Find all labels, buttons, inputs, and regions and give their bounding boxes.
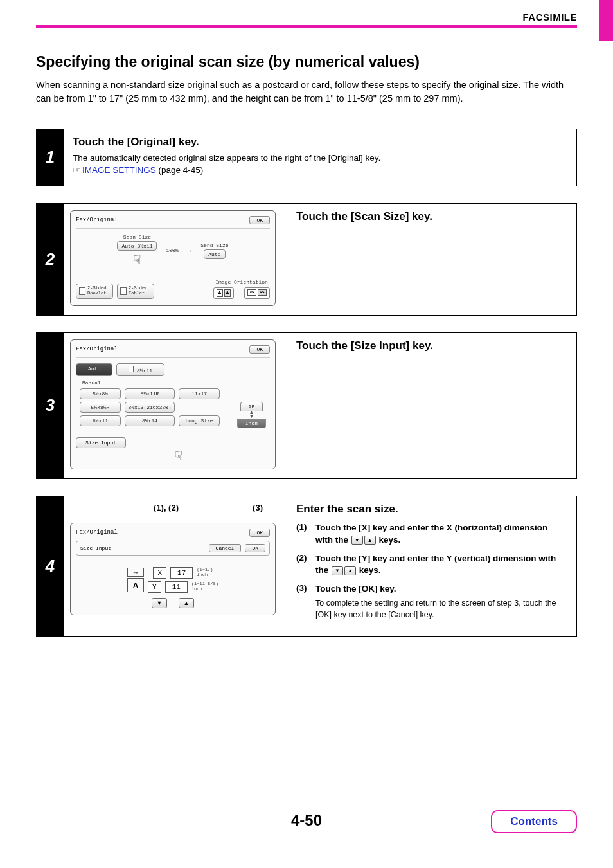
step-1-desc-text: The automatically detected original size… — [73, 153, 380, 163]
step-2: 2 Fax/Original OK Scan Size Auto 8½x11 ☟ — [36, 203, 577, 316]
size-option[interactable]: 5½x8½ — [80, 388, 121, 399]
touch-panel-step2: Fax/Original OK Scan Size Auto 8½x11 ☟ 1… — [70, 210, 276, 306]
callout-left: (1), (2) — [154, 503, 179, 512]
size-input-button[interactable]: Size Input — [76, 437, 126, 448]
two-sided-booklet-button[interactable]: 2-Sided Booklet — [76, 284, 113, 298]
contents-button[interactable]: Contents — [491, 810, 577, 833]
ok-button-sub[interactable]: OK — [245, 544, 265, 552]
panel-breadcrumb: Fax/Original — [76, 346, 118, 352]
up-key-icon: ▲ — [364, 536, 376, 545]
step-number: 3 — [37, 333, 64, 478]
step-number: 4 — [37, 496, 64, 636]
up-button[interactable]: ▲ — [179, 598, 194, 608]
size-option[interactable]: 8½x11 — [80, 415, 121, 426]
landscape-icon: ⤺ — [247, 289, 256, 296]
step-3: 3 Fax/Original OK Auto 8½x11 Manual 5½x8… — [36, 332, 577, 479]
x-value: 17 — [170, 567, 193, 579]
link-suffix: (page 4-45) — [156, 165, 204, 175]
pointer-icon: ☟ — [133, 255, 141, 267]
size-tab[interactable]: 8½x11 — [116, 363, 164, 376]
pointer-icon: ☟ — [87, 449, 270, 462]
section-color-tab — [599, 0, 613, 41]
landscape-alt-icon: ⤺ — [258, 289, 267, 296]
up-key-icon: ▲ — [344, 566, 356, 575]
size-option[interactable]: 5½x8½R — [80, 402, 121, 413]
booklet-icon — [79, 287, 85, 295]
panel-breadcrumb: Fax/Original — [76, 529, 118, 536]
substep-3: (3) Touch the [OK] key. To complete the … — [296, 583, 567, 620]
substep-1: (1) Touch the [X] key and enter the X (h… — [296, 522, 567, 547]
percent-label: 100% — [166, 248, 178, 253]
step-1-title: Touch the [Original] key. — [73, 136, 567, 149]
reference-icon: ☞ — [73, 165, 81, 175]
auto-tab[interactable]: Auto — [76, 363, 112, 376]
step-3-title: Touch the [Size Input] key. — [296, 339, 567, 352]
x-range: (1~17) inch — [197, 568, 213, 577]
portrait-alt-icon: A — [224, 289, 231, 297]
size-option[interactable]: 8½x13(216x330) — [125, 402, 175, 413]
send-size-label: Send Size — [200, 242, 228, 248]
size-option[interactable]: Long Size — [179, 415, 220, 426]
send-size-button[interactable]: Auto — [204, 249, 225, 259]
toggle-arrows-icon: ▲▼ — [249, 411, 254, 419]
step-number: 1 — [37, 129, 64, 186]
step-1-desc: The automatically detected original size… — [73, 152, 567, 177]
panel-breadcrumb: Fax/Original — [76, 217, 118, 223]
orientation-label: Image Orientation — [215, 279, 268, 285]
y-key[interactable]: Y — [148, 581, 161, 593]
tablet-icon — [120, 287, 127, 295]
y-range: (1~11 5/8) inch — [191, 582, 218, 592]
portrait-icon: A — [217, 289, 223, 297]
orientation-portrait-button[interactable]: AA — [213, 287, 234, 299]
arrow-icon: → — [188, 247, 192, 255]
scan-size-button[interactable]: Auto 8½x11 — [117, 241, 157, 251]
down-key-icon: ▼ — [351, 536, 363, 545]
cancel-button[interactable]: Cancel — [209, 544, 242, 552]
step-4-title: Enter the scan size. — [296, 503, 567, 516]
down-key-icon: ▼ — [332, 566, 343, 575]
step-number: 2 — [37, 204, 64, 315]
touch-panel-step3: Fax/Original OK Auto 8½x11 Manual 5½x8½ … — [70, 339, 276, 469]
inch-toggle[interactable]: Inch — [237, 419, 266, 428]
manual-label: Manual — [82, 380, 270, 386]
size-option[interactable]: 8½x11R — [125, 388, 175, 399]
section-header: FACSIMILE — [36, 12, 577, 23]
two-sided-tablet-button[interactable]: 2-Sided Tablet — [117, 284, 154, 298]
step-4: 4 (1), (2) (3) Fax/Original OK Size Inpu… — [36, 496, 577, 637]
orientation-landscape-button[interactable]: ⤺⤺ — [244, 287, 270, 299]
substep-3-note: To complete the setting and return to th… — [315, 598, 567, 620]
intro-paragraph: When scanning a non-standard size origin… — [36, 78, 577, 105]
x-key[interactable]: X — [153, 567, 166, 579]
x-dimension-icon: ↔ — [127, 568, 144, 577]
image-settings-link[interactable]: IMAGE SETTINGS — [82, 165, 156, 175]
step-2-title: Touch the [Scan Size] key. — [296, 210, 567, 223]
ok-button[interactable]: OK — [249, 216, 270, 224]
ok-button[interactable]: OK — [249, 345, 270, 354]
size-input-label: Size Input — [80, 545, 111, 551]
header-rule — [36, 25, 577, 28]
size-option[interactable]: 11x17 — [179, 388, 220, 399]
y-value: 11 — [165, 581, 188, 593]
ok-button-top[interactable]: OK — [249, 529, 270, 537]
down-button[interactable]: ▼ — [152, 598, 167, 608]
a-orientation-icon: A — [127, 578, 144, 592]
callout-right: (3) — [253, 503, 263, 512]
touch-panel-step4: Fax/Original OK Size Input Cancel OK — [70, 523, 276, 615]
scan-size-label: Scan Size — [123, 234, 151, 240]
substep-2: (2) Touch the [Y] key and enter the Y (v… — [296, 553, 567, 577]
step-1: 1 Touch the [Original] key. The automati… — [36, 129, 577, 186]
page-icon — [129, 366, 134, 372]
page-title: Specifying the original scan size (by nu… — [36, 53, 577, 71]
size-option[interactable]: 8½x14 — [125, 415, 175, 426]
